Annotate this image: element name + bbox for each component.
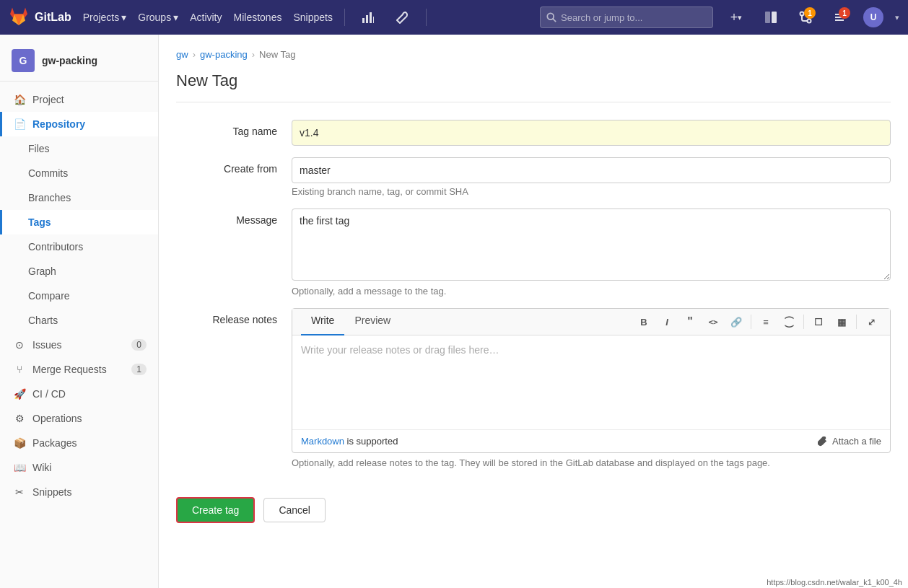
ordered-list-button[interactable]: ⁐ <box>779 312 799 332</box>
packages-icon: 📦 <box>14 437 25 449</box>
snippets-icon: ✂ <box>14 486 25 498</box>
merge-request-badge: 1 <box>804 7 816 19</box>
markdown-suffix: is supported <box>347 436 398 447</box>
svg-rect-6 <box>765 12 770 23</box>
link-button[interactable]: 🔗 <box>726 312 746 332</box>
create-button[interactable]: + ▾ <box>725 6 748 29</box>
issues-icon: ⊙ <box>14 339 25 351</box>
search-placeholder: Search or jump to... <box>561 12 642 23</box>
svg-point-8 <box>800 12 804 16</box>
fullscreen-button[interactable]: ⤢ <box>861 312 881 332</box>
nav-divider-1 <box>344 9 345 26</box>
toolbar-sep-2 <box>803 315 804 329</box>
nav-activity[interactable]: Activity <box>190 12 222 23</box>
tag-name-label: Tag name <box>176 120 292 137</box>
tab-write[interactable]: Write <box>301 309 344 335</box>
message-textarea[interactable]: the first tag <box>292 209 891 281</box>
sidebar-item-tags[interactable]: Tags <box>0 210 158 234</box>
breadcrumb-gw[interactable]: gw <box>176 49 188 60</box>
unordered-list-button[interactable]: ≡ <box>756 312 776 332</box>
nav-snippets[interactable]: Snippets <box>293 12 332 23</box>
svg-rect-7 <box>772 12 777 23</box>
tab-preview[interactable]: Preview <box>344 309 401 335</box>
sidebar-item-commits[interactable]: Commits <box>0 161 158 185</box>
sidebar-item-branches[interactable]: Branches <box>0 185 158 210</box>
project-avatar: G <box>12 49 35 72</box>
release-notes-hint: Optionally, add release notes to the tag… <box>292 457 891 468</box>
table-button[interactable]: ▦ <box>831 312 852 332</box>
svg-rect-2 <box>370 12 372 23</box>
create-tag-button[interactable]: Create tag <box>176 497 255 523</box>
svg-rect-3 <box>373 17 374 23</box>
sidebar: G gw-packing 🏠 Project 📄 Repository File… <box>0 35 159 588</box>
nav-divider-2 <box>426 9 427 26</box>
markdown-info: Markdown is supported <box>301 436 398 447</box>
toolbar-sep-3 <box>856 315 857 329</box>
sidebar-item-contributors[interactable]: Contributors <box>0 234 158 259</box>
create-from-input[interactable] <box>292 157 891 183</box>
release-notes-label: Release notes <box>176 308 292 325</box>
merge-requests-nav[interactable]: 1 <box>794 6 817 29</box>
create-from-field: Existing branch name, tag, or commit SHA <box>292 157 891 197</box>
sidebar-item-wiki[interactable]: 📖 Wiki <box>0 455 158 480</box>
sidebar-item-merge-requests[interactable]: ⑂ Merge Requests 1 <box>0 357 158 382</box>
bold-button[interactable]: B <box>634 312 654 332</box>
avatar-chevron[interactable]: ▾ <box>895 13 899 22</box>
nav-milestones[interactable]: Milestones <box>234 12 282 23</box>
project-icon: 🏠 <box>14 94 25 105</box>
message-hint: Optionally, add a message to the tag. <box>292 286 891 297</box>
breadcrumb-current: New Tag <box>259 49 295 60</box>
sidebar-item-files[interactable]: Files <box>0 136 158 161</box>
nav-projects[interactable]: Projects ▾ <box>83 12 127 23</box>
svg-rect-0 <box>362 18 364 23</box>
wrench-icon[interactable] <box>391 6 414 29</box>
create-from-hint: Existing branch name, tag, or commit SHA <box>292 186 891 197</box>
release-notes-footer: Markdown is supported Attach a file <box>292 429 890 452</box>
svg-rect-1 <box>366 15 368 23</box>
markdown-link[interactable]: Markdown <box>301 436 344 447</box>
sidebar-item-snippets[interactable]: ✂ Snippets <box>0 480 158 504</box>
gitlab-logo[interactable]: GitLab <box>9 7 71 27</box>
sidebar-item-packages[interactable]: 📦 Packages <box>0 431 158 455</box>
quote-button[interactable]: " <box>680 312 700 332</box>
sidebar-item-ci-cd[interactable]: 🚀 CI / CD <box>0 382 158 406</box>
sidebar-item-operations[interactable]: ⚙ Operations <box>0 406 158 431</box>
breadcrumb-project[interactable]: gw-packing <box>200 49 248 60</box>
panel-toggle[interactable] <box>759 6 782 29</box>
merge-icon: ⑂ <box>14 364 25 375</box>
user-avatar[interactable]: U <box>863 7 883 27</box>
sidebar-item-compare[interactable]: Compare <box>0 284 158 308</box>
code-button[interactable]: <> <box>703 312 723 332</box>
sidebar-item-charts[interactable]: Charts <box>0 308 158 333</box>
svg-line-5 <box>553 19 556 22</box>
search-bar[interactable]: Search or jump to... <box>540 6 713 28</box>
tag-name-input[interactable] <box>292 120 891 146</box>
message-field: the first tag Optionally, add a message … <box>292 209 891 297</box>
cancel-button[interactable]: Cancel <box>263 498 326 522</box>
sidebar-item-repository[interactable]: 📄 Repository <box>0 112 158 136</box>
issues-badge: 0 <box>131 339 147 351</box>
sidebar-item-graph[interactable]: Graph <box>0 259 158 284</box>
release-notes-toolbar: B I " <> 🔗 ≡ ⁐ ☐ ▦ ⤢ <box>634 309 881 335</box>
todos-nav[interactable]: 1 <box>829 6 852 29</box>
tag-name-field <box>292 120 891 146</box>
attach-file-button[interactable]: Attach a file <box>818 436 881 447</box>
wiki-icon: 📖 <box>14 462 25 473</box>
page-title: New Tag <box>176 71 891 102</box>
italic-button[interactable]: I <box>657 312 677 332</box>
operations-icon: ⚙ <box>14 413 25 424</box>
status-url: https://blog.csdn.net/walar_k1_k00_4h <box>761 576 908 588</box>
sidebar-item-issues[interactable]: ⊙ Issues 0 <box>0 333 158 357</box>
stats-icon[interactable] <box>357 6 380 29</box>
form-row-release-notes: Release notes Write Preview B I " <> <box>176 308 891 468</box>
gitlab-wordmark: GitLab <box>35 11 71 24</box>
main-content: gw › gw-packing › New Tag New Tag Tag na… <box>159 35 908 588</box>
sidebar-project-header[interactable]: G gw-packing <box>0 40 158 82</box>
sidebar-item-project[interactable]: 🏠 Project <box>0 87 158 112</box>
nav-groups[interactable]: Groups ▾ <box>138 12 178 23</box>
release-notes-placeholder: Write your release notes or drag files h… <box>301 344 499 356</box>
form-row-tag-name: Tag name <box>176 120 891 146</box>
toolbar-sep-1 <box>751 315 751 329</box>
task-list-button[interactable]: ☐ <box>808 312 829 332</box>
release-notes-body[interactable]: Write your release notes or drag files h… <box>292 335 890 429</box>
